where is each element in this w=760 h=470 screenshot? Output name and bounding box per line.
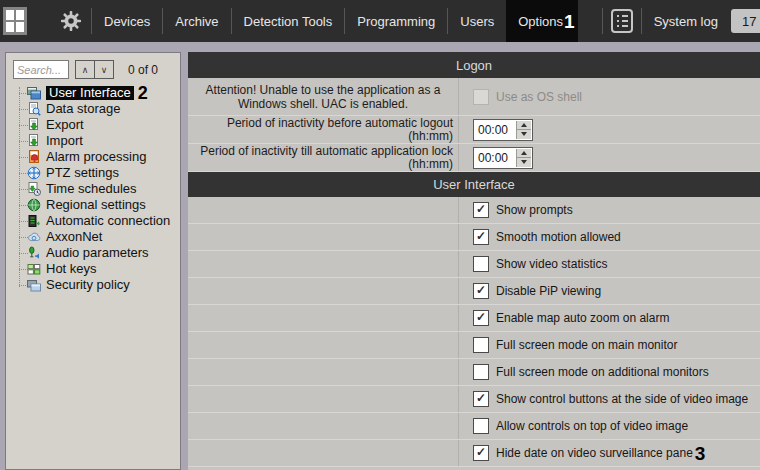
fullscreen-main-checkbox[interactable] (473, 337, 489, 353)
show-prompts-checkbox[interactable]: ✓ (473, 202, 489, 218)
section-header-user-interface: User Interface (188, 172, 760, 197)
system-log-button[interactable]: System log (602, 0, 730, 42)
sidebar-item-axxonnet[interactable]: AxxonNet (6, 229, 180, 245)
control-buttons-side-checkbox[interactable]: ✓ (473, 391, 489, 407)
menu-item-archive[interactable]: Archive (163, 0, 230, 42)
auto-lock-input[interactable] (474, 149, 516, 167)
option-row-control-buttons-side: ✓ Show control buttons at the side of vi… (188, 386, 760, 413)
disable-pip-checkbox[interactable]: ✓ (473, 283, 489, 299)
menu-separator (602, 8, 603, 34)
start-tiles-icon[interactable] (3, 7, 27, 35)
menu-item-detection-tools[interactable]: Detection Tools (232, 0, 345, 42)
callout-annotation-1: 1 (564, 12, 575, 31)
checkbox-label: Disable PiP viewing (496, 284, 601, 298)
automatic-connection-icon (27, 214, 41, 228)
checkbox-label: Use as OS shell (496, 90, 582, 104)
audio-parameters-icon (27, 246, 41, 260)
triangle-up-icon (521, 151, 527, 155)
search-prev-button[interactable]: ∧ (75, 60, 95, 79)
map-auto-zoom-checkbox[interactable]: ✓ (473, 310, 489, 326)
option-row-smooth-motion: ✓ Smooth motion allowed (188, 224, 760, 251)
sidebar-item-regional-settings[interactable]: Regional settings (6, 197, 180, 213)
menu-item-users[interactable]: Users (448, 0, 506, 42)
system-log-icon (609, 8, 635, 34)
triangle-down-icon (521, 132, 527, 136)
gear-icon[interactable] (60, 10, 82, 32)
sidebar-item-label: User Interface (46, 86, 134, 100)
menu-item-label: Devices (104, 14, 150, 29)
smooth-motion-checkbox[interactable]: ✓ (473, 229, 489, 245)
time-schedules-icon (27, 182, 41, 196)
controls-on-top-checkbox[interactable] (473, 418, 489, 434)
option-row-hide-date: ✓ Hide date on video surveillance pane 3 (188, 440, 760, 467)
option-row-controls-on-top: Allow controls on top of video image (188, 413, 760, 440)
fullscreen-additional-checkbox[interactable] (473, 364, 489, 380)
option-row-disable-pip: ✓ Disable PiP viewing (188, 278, 760, 305)
option-row-video-statistics: Show video statistics (188, 251, 760, 278)
spin-up-button[interactable] (517, 121, 531, 130)
sidebar-item-automatic-connection[interactable]: Automatic connection (6, 213, 180, 229)
option-row-map-auto-zoom: ✓ Enable map auto zoom on alarm (188, 305, 760, 332)
sidebar-item-label: Hot keys (46, 262, 97, 276)
export-icon (27, 118, 41, 132)
sidebar-item-label: Time schedules (46, 182, 137, 196)
checkbox-label: Hide date on video surveillance pane (496, 446, 693, 460)
menu-item-label: Programming (357, 14, 435, 29)
sidebar-item-export[interactable]: Export (6, 117, 180, 133)
menu-item-devices[interactable]: Devices (92, 0, 162, 42)
checkbox-label: Show control buttons at the side of vide… (496, 392, 748, 406)
clock-display: 17 (731, 9, 760, 33)
sidebar-item-time-schedules[interactable]: Time schedules (6, 181, 180, 197)
spin-up-button[interactable] (517, 149, 531, 158)
sidebar-item-label: Regional settings (46, 198, 146, 212)
settings-sidebar: ∧ ∨ 0 of 0 User Interface 2 Data storage (5, 52, 181, 470)
sidebar-item-import[interactable]: Import (6, 133, 180, 149)
sidebar-item-label: Automatic connection (46, 214, 170, 228)
checkbox-label: Smooth motion allowed (496, 230, 621, 244)
sidebar-item-security-policy[interactable]: Security policy (6, 277, 180, 293)
auto-logout-row: Period of inactivity before automatic lo… (188, 116, 760, 144)
search-result-count: 0 of 0 (128, 63, 158, 77)
menu-item-label: Users (460, 14, 494, 29)
hide-date-checkbox[interactable]: ✓ (473, 445, 489, 461)
regional-settings-icon (27, 198, 41, 212)
alarm-processing-icon (27, 150, 41, 164)
os-shell-warning: Attention! Unable to use the application… (188, 78, 459, 115)
search-next-button[interactable]: ∨ (94, 60, 114, 79)
search-input[interactable] (13, 60, 69, 79)
os-shell-row: Attention! Unable to use the application… (188, 78, 760, 116)
callout-annotation-3: 3 (695, 444, 706, 463)
sidebar-item-data-storage[interactable]: Data storage (6, 101, 180, 117)
sidebar-item-label: Import (46, 134, 83, 148)
auto-lock-spinbox (473, 147, 533, 169)
sidebar-item-ptz-settings[interactable]: PTZ settings (6, 165, 180, 181)
checkbox-label: Show video statistics (496, 257, 607, 271)
options-panel: Logon Attention! Unable to use the appli… (188, 52, 760, 470)
menu-item-programming[interactable]: Programming (345, 0, 447, 42)
menu-item-options[interactable]: Options 1 (506, 0, 577, 42)
auto-logout-input[interactable] (474, 121, 516, 139)
chevron-up-icon: ∧ (82, 65, 89, 75)
spin-down-button[interactable] (517, 157, 531, 167)
sidebar-item-label: Data storage (46, 102, 120, 116)
callout-annotation-2: 2 (138, 84, 148, 102)
auto-logout-spinbox (473, 119, 533, 141)
import-icon (27, 134, 41, 148)
sidebar-item-audio-parameters[interactable]: Audio parameters (6, 245, 180, 261)
top-menu-bar: Devices Archive Detection Tools Programm… (0, 0, 760, 42)
sidebar-item-alarm-processing[interactable]: Alarm processing (6, 149, 180, 165)
show-video-statistics-checkbox[interactable] (473, 256, 489, 272)
settings-tree: User Interface 2 Data storage Export Im (6, 85, 180, 293)
sidebar-item-label: Alarm processing (46, 150, 146, 164)
sidebar-item-user-interface[interactable]: User Interface 2 (6, 85, 180, 101)
checkbox-label: Allow controls on top of video image (496, 419, 688, 433)
auto-lock-row: Period of inactivity till automatic appl… (188, 144, 760, 172)
menu-item-label: Options (518, 14, 563, 29)
clock-text: 17 (742, 14, 756, 29)
checkbox-label: Full screen mode on main monitor (496, 338, 677, 352)
sidebar-item-hot-keys[interactable]: Hot keys (6, 261, 180, 277)
triangle-down-icon (521, 160, 527, 164)
auto-lock-label: Period of inactivity till automatic appl… (188, 144, 459, 171)
option-row-fullscreen-main: Full screen mode on main monitor (188, 332, 760, 359)
spin-down-button[interactable] (517, 129, 531, 139)
